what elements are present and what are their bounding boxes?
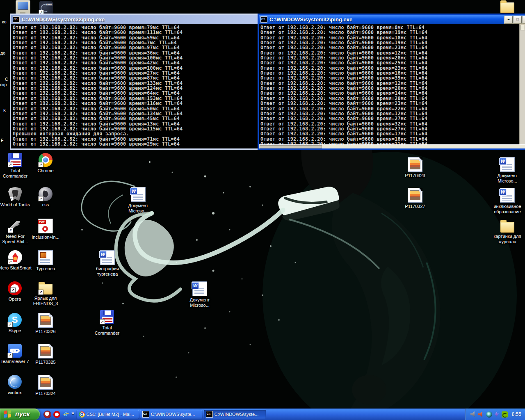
tray-icon[interactable]: [478, 411, 484, 418]
console-icon: [13, 16, 20, 23]
shortcut-arrow-icon: [8, 196, 13, 201]
desktop-icon[interactable]: P1170326: [29, 313, 62, 334]
desktop-icon-label: P1170325: [29, 360, 62, 365]
desktop-icon[interactable]: Need For Speed.Shif...: [0, 219, 32, 244]
window-titlebar[interactable]: C:\WINDOWS\system32\ping.exe – □ ×: [259, 15, 525, 24]
desktop-icon[interactable]: P1170327: [399, 188, 431, 209]
desktop-icon-image: [8, 219, 22, 233]
desktop-icon[interactable]: P1170323: [399, 157, 431, 178]
quick-launch-icon[interactable]: [44, 411, 51, 418]
desktop-icon-image: [408, 157, 422, 172]
start-button[interactable]: пуск: [0, 409, 40, 420]
desktop-icon[interactable]: Документ Microso...: [491, 157, 524, 184]
desktop-icon[interactable]: World of Tanks: [0, 187, 32, 208]
desktop-icon[interactable]: Opera: [0, 281, 31, 302]
desktop-icon-image: [100, 250, 115, 265]
desktop-icon-image: [38, 313, 53, 328]
desktop-icon-label: биография тургенева: [91, 266, 124, 277]
desktop-icon-label: Opera: [0, 297, 31, 302]
horizontal-scrollbar[interactable]: [259, 144, 525, 148]
console-window-ping-20[interactable]: C:\WINDOWS\system32\ping.exe – □ × Ответ…: [258, 14, 525, 150]
console-output: Ответ от 192.168.2.20: число байт=9600 в…: [259, 24, 525, 146]
desktop-icon[interactable]: инклюзивное образование: [491, 188, 524, 215]
desktop-icon-label: css: [29, 202, 62, 208]
desktop-icon[interactable]: winbox: [0, 375, 31, 395]
desktop-icon[interactable]: Chrome: [29, 153, 62, 173]
maximize-button[interactable]: □: [514, 16, 522, 23]
desktop-icon-label: Ярлык для FRIENDS_3: [29, 296, 62, 306]
desktop-icon[interactable]: P1170324: [29, 375, 62, 396]
quick-launch-overflow-chevron[interactable]: »: [71, 410, 74, 416]
desktop-icon[interactable]: Total Commander: [91, 310, 123, 336]
desktop-icon[interactable]: Inclusion+in...: [29, 219, 62, 240]
tray-icon[interactable]: [502, 411, 508, 418]
taskbar-clock: 8:55: [512, 411, 521, 417]
desktop-icon[interactable]: Skype: [0, 313, 31, 333]
tray-icon[interactable]: [486, 411, 492, 418]
desktop-icon-image: [8, 281, 22, 295]
task-button-label: CS1: [Bullet M2] - Mai...: [87, 412, 134, 417]
shortcut-arrow-icon: [7, 353, 13, 358]
desktop-icon-image: [500, 222, 514, 233]
hidden-icon-label-fragment: К: [3, 108, 6, 113]
desktop-icon[interactable]: css: [29, 187, 62, 208]
desktop-icon-label: Skype: [0, 328, 31, 333]
console-line: Ответ от 192.168.2.20: число байт=9600 в…: [260, 25, 524, 30]
shortcut-arrow-icon: [38, 196, 43, 201]
desktop-icon-label: P1170327: [399, 204, 431, 209]
console-line: Ответ от 192.168.2.20: число байт=9600 в…: [260, 116, 524, 121]
quick-launch-icon[interactable]: [53, 411, 60, 418]
shortcut-arrow-icon: [10, 288, 16, 293]
close-button[interactable]: ×: [523, 16, 525, 23]
console-line: Ответ от 192.168.2.20: число байт=9600 в…: [260, 101, 524, 106]
desktop-icon[interactable]: биография тургенева: [91, 250, 124, 277]
desktop-icon-label: Total Commander: [91, 325, 123, 336]
desktop-icon-image: [8, 250, 22, 264]
desktop-icon-image: [500, 157, 515, 172]
shortcut-arrow-icon: [8, 259, 13, 265]
desktop-icon[interactable]: P1170325: [29, 344, 62, 365]
taskbar-task-button[interactable]: C:\WINDOWS\syste...: [204, 410, 266, 419]
desktop-icon-image: [38, 375, 53, 390]
quick-launch-icon[interactable]: [63, 411, 70, 418]
tray-icon[interactable]: [470, 411, 477, 418]
console-line: Ответ от 192.168.2.20: число байт=9600 в…: [260, 131, 524, 136]
desktop-icon-label: Документ Microso...: [183, 297, 216, 308]
desktop-icon-image: [100, 310, 114, 324]
taskbar-task-button[interactable]: C:\WINDOWS\syste...: [140, 410, 202, 419]
start-button-label: пуск: [15, 411, 30, 418]
desktop-icon[interactable]: Документ Microso...: [183, 281, 216, 308]
desktop-icon[interactable]: Nero StartSmart: [0, 250, 32, 271]
desktop-icon-label: инклюзивное образование: [491, 204, 524, 215]
shortcut-arrow-icon: [38, 290, 43, 295]
desktop-icon[interactable]: картинки для журнала: [491, 219, 524, 244]
desktop-icon[interactable]: Документ Microso...: [122, 187, 155, 214]
quick-launch-bar: [40, 411, 71, 418]
vertical-scrollbar[interactable]: [519, 24, 525, 145]
desktop-icon-label: Документ Microso...: [491, 173, 524, 184]
desktop-icon-label: Total Commander: [0, 168, 32, 179]
hidden-icon-label-fragment: до: [0, 50, 5, 55]
shortcut-arrow-icon: [7, 322, 13, 327]
desktop-icon[interactable]: Total Commander: [0, 153, 32, 179]
desktop-icon-image: [8, 375, 22, 389]
minimize-button[interactable]: –: [504, 16, 513, 23]
console-line: Ответ от 192.168.2.20: число байт=9600 в…: [260, 81, 524, 86]
hidden-icon-label-fragment: С: [5, 77, 8, 82]
desktop-icon[interactable]: TeamViewer 7: [0, 344, 31, 364]
desktop-icon-label: P1170324: [29, 391, 62, 396]
desktop-icon-image: [500, 188, 515, 203]
desktop-icon-label: Документ Microso...: [122, 203, 155, 214]
desktop-icon-image: [38, 344, 53, 358]
tray-icon[interactable]: [494, 411, 500, 418]
desktop-icon-label: Nero StartSmart: [0, 265, 32, 271]
task-button-icon: [142, 411, 149, 418]
task-button-label: C:\WINDOWS\syste...: [215, 412, 259, 417]
desktop-icon-label: World of Tanks: [0, 202, 32, 208]
taskbar-task-button[interactable]: CS1: [Bullet M2] - Mai...: [77, 410, 139, 419]
desktop-icon[interactable]: [491, 0, 524, 14]
desktop-icon-image: [16, 0, 30, 15]
console-line: Ответ от 192.168.2.20: число байт=9600 в…: [260, 35, 524, 40]
desktop-icon[interactable]: Тургенев: [29, 250, 62, 272]
desktop-icon[interactable]: Ярлык для FRIENDS_3: [29, 281, 62, 306]
